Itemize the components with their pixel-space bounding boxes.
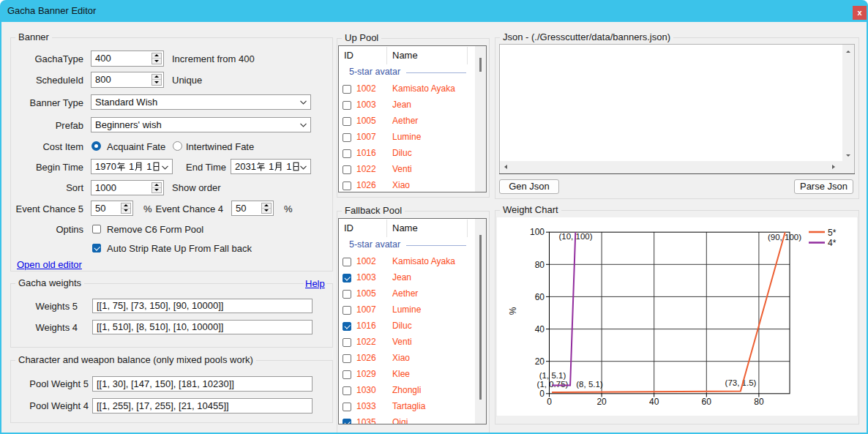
- svg-text:20: 20: [535, 356, 545, 367]
- svg-text:100: 100: [530, 227, 545, 237]
- svg-text:0: 0: [547, 397, 552, 407]
- svg-text:(73, 1.5): (73, 1.5): [725, 378, 757, 387]
- svg-text:40: 40: [649, 397, 659, 407]
- svg-text:%: %: [508, 307, 518, 315]
- svg-text:20: 20: [596, 397, 607, 407]
- svg-text:60: 60: [702, 397, 712, 407]
- svg-text:(1, 5.1): (1, 5.1): [539, 371, 566, 380]
- svg-text:60: 60: [535, 292, 545, 302]
- svg-text:80: 80: [535, 260, 545, 270]
- svg-text:5*: 5*: [828, 228, 837, 238]
- svg-text:(1, 0.75): (1, 0.75): [537, 380, 569, 389]
- svg-text:0: 0: [539, 389, 545, 399]
- svg-text:(8, 5.1): (8, 5.1): [576, 380, 603, 389]
- svg-text:4*: 4*: [828, 238, 837, 248]
- svg-text:40: 40: [535, 324, 545, 334]
- svg-text:80: 80: [754, 397, 764, 407]
